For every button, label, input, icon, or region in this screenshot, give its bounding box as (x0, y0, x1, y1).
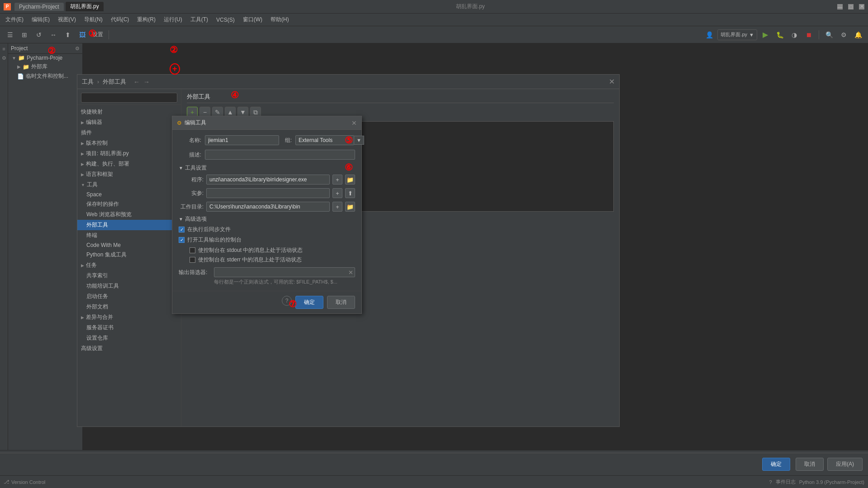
group-select[interactable] (295, 135, 354, 145)
menu-window[interactable]: 窗口(W) (239, 14, 266, 25)
coverage-button[interactable]: ◑ (788, 28, 801, 41)
tree-item-project[interactable]: ▼ 📁 Pycharm-Proje (8, 54, 82, 62)
tab-file[interactable]: 胡乱界面.py (66, 2, 104, 11)
nav-forward-btn[interactable]: → (143, 78, 150, 85)
event-log-btn[interactable]: 事件日志 (776, 479, 796, 485)
bottom-apply-btn[interactable]: 应用(A) (827, 458, 863, 471)
side-icon-1[interactable]: ≡ (0, 45, 8, 52)
sidebar-settings-repo[interactable]: 设置仓库 (77, 333, 181, 343)
toolbar-btn-5[interactable]: 🖼 (76, 28, 89, 41)
help-button[interactable]: ? (282, 296, 292, 306)
sidebar-terminal[interactable]: 终端 (77, 230, 181, 241)
edit-dialog-title: 编辑工具 (185, 119, 206, 127)
name-input[interactable] (205, 135, 279, 145)
sidebar-build[interactable]: ▶ 构建、执行、部署 (77, 159, 181, 169)
sidebar-plugins[interactable]: 插件 (77, 128, 181, 138)
workdir-add-btn[interactable]: + (332, 202, 342, 212)
sidebar-external-tools[interactable]: 外部工具 (77, 220, 181, 230)
tab-project[interactable]: Pycharm-Project (14, 3, 64, 11)
tree-item-external-libs[interactable]: ▶ 📁 外部库 (8, 62, 82, 71)
menu-file[interactable]: 文件(E) (2, 14, 27, 25)
sidebar-advanced[interactable]: 高级设置 (77, 343, 181, 354)
debug-button[interactable]: 🐛 (773, 28, 786, 41)
toolbar-btn-4[interactable]: ⬆ (62, 28, 74, 41)
open-console-checkbox[interactable]: ✓ (179, 237, 185, 243)
stderr-checkbox[interactable] (190, 257, 195, 263)
bottom-cancel-btn[interactable]: 取消 (796, 458, 824, 471)
sync-checkbox[interactable]: ✓ (179, 227, 185, 232)
args-add-btn[interactable]: + (332, 188, 342, 198)
toolbar-layout-btn[interactable]: ⊞ (18, 28, 31, 41)
menu-tools[interactable]: 工具(T) (187, 14, 212, 25)
menu-edit[interactable]: 编辑(E) (28, 14, 53, 25)
run-config-selector[interactable]: 胡乱界面.py ▼ (717, 29, 757, 40)
program-browse-btn[interactable]: 📁 (345, 175, 355, 185)
menu-run[interactable]: 运行(U) (160, 14, 186, 25)
stdout-checkbox[interactable] (190, 247, 195, 253)
maximize-button[interactable]: □ (848, 4, 854, 9)
toolbar-btn-2[interactable]: ↺ (33, 28, 45, 41)
window-title: 胡乱界面.py (104, 3, 837, 10)
ok-button[interactable]: 确定 (295, 296, 323, 309)
settings-close-btn[interactable]: ✕ (609, 77, 615, 86)
menu-view[interactable]: 视图(V) (54, 14, 80, 25)
sidebar-python-tools[interactable]: Python 集成工具 (77, 250, 181, 260)
cancel-button[interactable]: 取消 (327, 296, 355, 309)
notifications-btn[interactable]: 🔔 (852, 28, 864, 41)
sidebar-tasks[interactable]: ▶ 任务 (77, 260, 181, 270)
sidebar-startup-tasks[interactable]: 启动任务 (77, 291, 181, 302)
sidebar-diff-merge[interactable]: ▶ 差异与合并 (77, 312, 181, 322)
help-icon-btn[interactable]: ? (769, 479, 772, 485)
args-expand-btn[interactable]: ⬆ (345, 188, 355, 198)
menu-help[interactable]: 帮助(H) (267, 14, 293, 25)
program-input[interactable] (206, 175, 330, 185)
stop-button[interactable]: ⏹ (802, 28, 815, 41)
nav-back-btn[interactable]: ← (133, 78, 140, 85)
sidebar-code-with-me[interactable]: Code With Me (77, 241, 181, 250)
sidebar-tools[interactable]: ▼ 工具 (77, 180, 181, 190)
sidebar-space[interactable]: Space (77, 190, 181, 199)
panel-gear-icon[interactable]: ⚙ (75, 46, 80, 52)
sidebar-ext-docs[interactable]: 外部文档 (77, 302, 181, 312)
name-label: 名称: (179, 137, 201, 144)
edit-dialog-close-btn[interactable]: ✕ (351, 119, 357, 127)
toolbar-user-btn[interactable]: 👤 (703, 28, 716, 41)
program-add-btn[interactable]: + (332, 175, 342, 185)
sidebar-server-certs[interactable]: 服务器证书 (77, 322, 181, 333)
settings-header-title: 工具 (82, 78, 94, 86)
menu-code[interactable]: 代码(C) (107, 14, 133, 25)
run-button[interactable]: ▶ (759, 28, 772, 41)
sidebar-vcs[interactable]: ▶ 版本控制 (77, 138, 181, 148)
sidebar-training[interactable]: 功能培训工具 (77, 281, 181, 291)
help-icon: ? (769, 479, 772, 485)
sidebar-web-browser[interactable]: Web 浏览器和预览 (77, 209, 181, 220)
workdir-input[interactable] (206, 202, 330, 212)
workdir-browse-btn[interactable]: 📁 (345, 202, 355, 212)
sidebar-shared-index[interactable]: 共享索引 (77, 270, 181, 281)
menu-refactor[interactable]: 重构(R) (133, 14, 159, 25)
toolbar-btn-3[interactable]: ↔ (47, 28, 60, 41)
search-btn[interactable]: 🔍 (823, 28, 835, 41)
bottom-ok-btn[interactable]: 确定 (762, 458, 790, 471)
output-filter-input[interactable] (214, 267, 355, 277)
minimize-button[interactable]: — (837, 4, 843, 9)
settings-search-input[interactable] (81, 93, 177, 103)
sidebar-project[interactable]: ▶ 项目: 胡乱界面.py (77, 148, 181, 159)
group-dropdown-btn[interactable]: ▼ (354, 136, 364, 145)
args-input[interactable] (206, 188, 330, 198)
program-label: 程序: (179, 176, 204, 184)
menu-navigate[interactable]: 导航(N) (81, 14, 106, 25)
settings-gear-btn[interactable]: ⚙ (837, 28, 850, 41)
toolbar-menu-btn[interactable]: ☰ (4, 28, 16, 41)
close-button[interactable]: ✕ (859, 4, 864, 9)
sidebar-save-actions[interactable]: 保存时的操作 (77, 199, 181, 209)
tree-item-temp[interactable]: 📄 临时文件和控制... (8, 71, 82, 81)
filter-clear-icon[interactable]: ✕ (348, 269, 353, 276)
sidebar-shortcut-map[interactable]: 快捷映射 (77, 107, 181, 117)
menu-vcs[interactable]: VCS(S) (213, 15, 238, 24)
sidebar-lang[interactable]: ▶ 语言和框架 (77, 169, 181, 180)
sidebar-editor[interactable]: ▶ 编辑器 (77, 117, 181, 128)
side-icon-2[interactable]: ⚙ (0, 54, 8, 62)
desc-input[interactable] (205, 150, 355, 160)
version-control-tab[interactable]: ⎇ Version Control (4, 479, 45, 485)
